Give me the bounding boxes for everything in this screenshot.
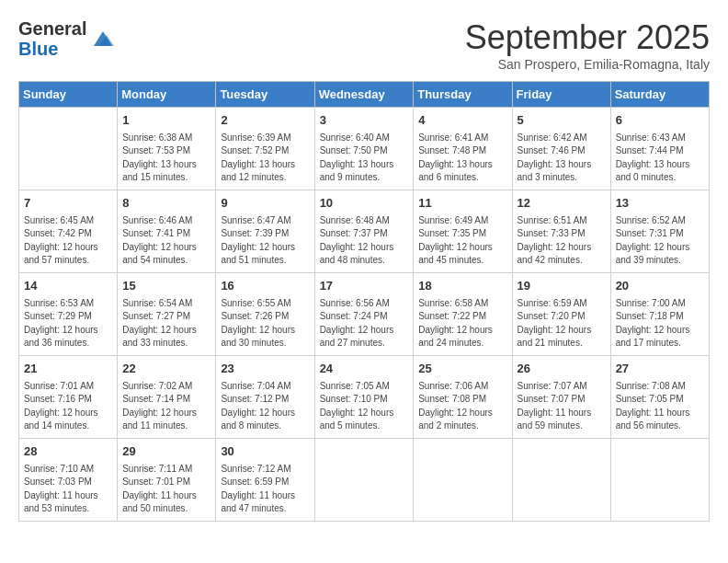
calendar-cell: 11Sunrise: 6:49 AMSunset: 7:35 PMDayligh… <box>414 190 512 273</box>
day-number: 8 <box>122 194 210 213</box>
calendar-cell: 3Sunrise: 6:40 AMSunset: 7:50 PMDaylight… <box>314 108 414 190</box>
calendar-cell: 27Sunrise: 7:08 AMSunset: 7:05 PMDayligh… <box>610 356 709 439</box>
calendar-cell: 15Sunrise: 6:54 AMSunset: 7:27 PMDayligh… <box>118 273 216 356</box>
calendar-cell: 12Sunrise: 6:51 AMSunset: 7:33 PMDayligh… <box>512 190 610 273</box>
day-number: 1 <box>122 111 210 130</box>
calendar-header-row: SundayMondayTuesdayWednesdayThursdayFrid… <box>19 82 710 108</box>
day-info: Sunrise: 7:08 AMSunset: 7:05 PMDaylight:… <box>616 380 704 433</box>
day-info: Sunrise: 6:52 AMSunset: 7:31 PMDaylight:… <box>616 214 704 268</box>
logo-text-general: General <box>18 18 86 39</box>
day-number: 13 <box>616 194 704 213</box>
day-info: Sunrise: 6:47 AMSunset: 7:39 PMDaylight:… <box>221 214 309 268</box>
day-info: Sunrise: 7:06 AMSunset: 7:08 PMDaylight:… <box>418 380 506 433</box>
calendar-cell <box>512 439 610 522</box>
calendar-cell: 25Sunrise: 7:06 AMSunset: 7:08 PMDayligh… <box>414 356 512 439</box>
col-header-monday: Monday <box>118 82 216 108</box>
location-subtitle: San Prospero, Emilia-Romagna, Italy <box>465 57 710 72</box>
day-info: Sunrise: 6:42 AMSunset: 7:46 PMDaylight:… <box>518 132 606 185</box>
calendar-week-row: 28Sunrise: 7:10 AMSunset: 7:03 PMDayligh… <box>19 439 710 522</box>
day-info: Sunrise: 6:40 AMSunset: 7:50 PMDaylight:… <box>320 132 409 185</box>
day-info: Sunrise: 6:39 AMSunset: 7:52 PMDaylight:… <box>221 132 309 185</box>
day-number: 23 <box>221 360 309 378</box>
calendar-cell: 10Sunrise: 6:48 AMSunset: 7:37 PMDayligh… <box>314 190 414 273</box>
day-info: Sunrise: 6:59 AMSunset: 7:20 PMDaylight:… <box>518 297 606 350</box>
calendar-cell: 8Sunrise: 6:46 AMSunset: 7:41 PMDaylight… <box>118 190 216 273</box>
day-number: 20 <box>616 277 704 295</box>
day-number: 7 <box>24 194 112 213</box>
col-header-wednesday: Wednesday <box>314 82 414 108</box>
day-number: 27 <box>616 360 704 378</box>
day-info: Sunrise: 6:48 AMSunset: 7:37 PMDaylight:… <box>320 214 409 268</box>
day-number: 18 <box>418 277 506 295</box>
calendar-week-row: 14Sunrise: 6:53 AMSunset: 7:29 PMDayligh… <box>19 273 710 356</box>
day-number: 15 <box>122 277 210 295</box>
day-number: 6 <box>616 111 704 130</box>
calendar-week-row: 7Sunrise: 6:45 AMSunset: 7:42 PMDaylight… <box>19 190 710 273</box>
day-number: 19 <box>518 277 606 295</box>
col-header-sunday: Sunday <box>19 82 118 108</box>
calendar-cell: 20Sunrise: 7:00 AMSunset: 7:18 PMDayligh… <box>610 273 709 356</box>
logo: General Blue <box>18 18 116 59</box>
day-number: 14 <box>24 277 112 295</box>
day-info: Sunrise: 6:38 AMSunset: 7:53 PMDaylight:… <box>122 132 210 185</box>
day-info: Sunrise: 7:11 AMSunset: 7:01 PMDaylight:… <box>122 463 210 516</box>
month-title: September 2025 <box>465 18 710 57</box>
day-number: 29 <box>122 442 210 461</box>
logo-text-blue: Blue <box>18 39 58 59</box>
calendar-cell: 6Sunrise: 6:43 AMSunset: 7:44 PMDaylight… <box>610 108 709 190</box>
day-number: 11 <box>418 194 506 213</box>
calendar-cell: 5Sunrise: 6:42 AMSunset: 7:46 PMDaylight… <box>512 108 610 190</box>
day-info: Sunrise: 7:07 AMSunset: 7:07 PMDaylight:… <box>518 380 606 433</box>
calendar-cell: 7Sunrise: 6:45 AMSunset: 7:42 PMDaylight… <box>19 190 118 273</box>
day-info: Sunrise: 6:49 AMSunset: 7:35 PMDaylight:… <box>418 214 506 268</box>
day-info: Sunrise: 7:02 AMSunset: 7:14 PMDaylight:… <box>122 380 210 433</box>
calendar-cell: 30Sunrise: 7:12 AMSunset: 6:59 PMDayligh… <box>216 439 314 522</box>
calendar-cell: 18Sunrise: 6:58 AMSunset: 7:22 PMDayligh… <box>414 273 512 356</box>
day-number: 24 <box>320 360 409 378</box>
calendar-week-row: 21Sunrise: 7:01 AMSunset: 7:16 PMDayligh… <box>19 356 710 439</box>
day-info: Sunrise: 7:01 AMSunset: 7:16 PMDaylight:… <box>24 380 112 433</box>
calendar-cell: 14Sunrise: 6:53 AMSunset: 7:29 PMDayligh… <box>19 273 118 356</box>
col-header-friday: Friday <box>512 82 610 108</box>
day-number: 17 <box>320 277 409 295</box>
day-number: 10 <box>320 194 409 213</box>
day-info: Sunrise: 7:04 AMSunset: 7:12 PMDaylight:… <box>221 380 309 433</box>
col-header-thursday: Thursday <box>414 82 512 108</box>
calendar-cell: 2Sunrise: 6:39 AMSunset: 7:52 PMDaylight… <box>216 108 314 190</box>
logo-icon <box>90 28 116 50</box>
calendar-cell: 16Sunrise: 6:55 AMSunset: 7:26 PMDayligh… <box>216 273 314 356</box>
day-number: 28 <box>24 442 112 461</box>
calendar-cell: 17Sunrise: 6:56 AMSunset: 7:24 PMDayligh… <box>314 273 414 356</box>
day-number: 26 <box>518 360 606 378</box>
page-header: General Blue September 2025 San Prospero… <box>18 18 710 72</box>
calendar-cell: 22Sunrise: 7:02 AMSunset: 7:14 PMDayligh… <box>118 356 216 439</box>
day-info: Sunrise: 6:53 AMSunset: 7:29 PMDaylight:… <box>24 297 112 350</box>
calendar-week-row: 1Sunrise: 6:38 AMSunset: 7:53 PMDaylight… <box>19 108 710 190</box>
day-info: Sunrise: 6:51 AMSunset: 7:33 PMDaylight:… <box>518 214 606 268</box>
day-number: 21 <box>24 360 112 378</box>
calendar-cell: 4Sunrise: 6:41 AMSunset: 7:48 PMDaylight… <box>414 108 512 190</box>
day-number: 30 <box>221 442 309 461</box>
calendar-cell: 28Sunrise: 7:10 AMSunset: 7:03 PMDayligh… <box>19 439 118 522</box>
calendar-cell <box>19 108 118 190</box>
day-number: 4 <box>418 111 506 130</box>
calendar-cell <box>610 439 709 522</box>
day-info: Sunrise: 6:55 AMSunset: 7:26 PMDaylight:… <box>221 297 309 350</box>
calendar-cell: 13Sunrise: 6:52 AMSunset: 7:31 PMDayligh… <box>610 190 709 273</box>
day-number: 3 <box>320 111 409 130</box>
day-number: 2 <box>221 111 309 130</box>
col-header-tuesday: Tuesday <box>216 82 314 108</box>
day-number: 12 <box>518 194 606 213</box>
day-info: Sunrise: 7:00 AMSunset: 7:18 PMDaylight:… <box>616 297 704 350</box>
day-info: Sunrise: 6:46 AMSunset: 7:41 PMDaylight:… <box>122 214 210 268</box>
calendar-cell: 29Sunrise: 7:11 AMSunset: 7:01 PMDayligh… <box>118 439 216 522</box>
calendar-cell: 23Sunrise: 7:04 AMSunset: 7:12 PMDayligh… <box>216 356 314 439</box>
calendar-cell: 1Sunrise: 6:38 AMSunset: 7:53 PMDaylight… <box>118 108 216 190</box>
title-block: September 2025 San Prospero, Emilia-Roma… <box>465 18 710 72</box>
calendar-cell: 26Sunrise: 7:07 AMSunset: 7:07 PMDayligh… <box>512 356 610 439</box>
calendar-cell: 21Sunrise: 7:01 AMSunset: 7:16 PMDayligh… <box>19 356 118 439</box>
calendar-cell: 9Sunrise: 6:47 AMSunset: 7:39 PMDaylight… <box>216 190 314 273</box>
day-number: 5 <box>518 111 606 130</box>
day-number: 9 <box>221 194 309 213</box>
calendar-cell <box>314 439 414 522</box>
